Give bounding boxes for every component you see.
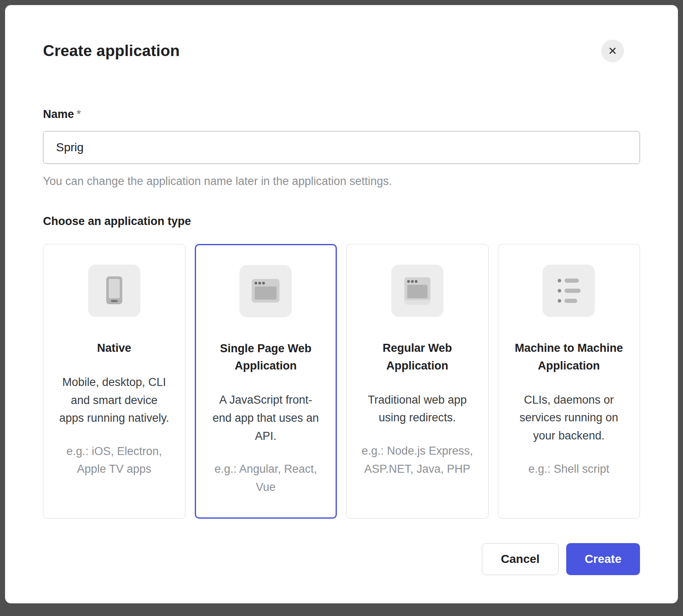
name-label-text: Name bbox=[43, 108, 74, 121]
app-type-card-native[interactable]: Native Mobile, desktop, CLI and smart de… bbox=[43, 244, 186, 519]
modal-header: Create application ✕ bbox=[43, 40, 640, 62]
create-application-modal: Create application ✕ Name* You can chang… bbox=[5, 5, 678, 603]
browser-window-icon bbox=[239, 265, 292, 317]
card-description: A JavaScript front-end app that uses an … bbox=[204, 391, 328, 445]
card-title: Machine to Machine Application bbox=[507, 340, 632, 375]
card-title: Regular Web Application bbox=[355, 340, 480, 375]
application-type-section: Choose an application type Native Mobile… bbox=[43, 215, 640, 519]
app-type-card-m2m[interactable]: Machine to Machine Application CLIs, dae… bbox=[498, 244, 640, 519]
name-label: Name* bbox=[43, 108, 640, 121]
browser-monitor-icon bbox=[391, 265, 444, 317]
server-stack-icon bbox=[543, 265, 595, 317]
card-example: e.g.: Angular, React, Vue bbox=[204, 460, 328, 496]
card-title: Single Page Web Application bbox=[204, 340, 328, 375]
close-button[interactable]: ✕ bbox=[601, 40, 624, 62]
modal-footer: Cancel Create bbox=[43, 543, 640, 575]
card-example: e.g.: Node.js Express, ASP.NET, Java, PH… bbox=[355, 442, 480, 478]
phone-icon bbox=[88, 265, 140, 317]
name-helper-text: You can change the application name late… bbox=[43, 175, 640, 188]
card-description: Traditional web app using redirects. bbox=[355, 391, 480, 427]
app-type-card-spa[interactable]: Single Page Web Application A JavaScript… bbox=[195, 244, 337, 519]
cancel-button[interactable]: Cancel bbox=[482, 543, 559, 575]
page-title: Create application bbox=[43, 42, 180, 60]
create-button[interactable]: Create bbox=[566, 543, 640, 575]
application-name-input[interactable] bbox=[43, 131, 640, 164]
card-example: e.g.: iOS, Electron, Apple TV apps bbox=[52, 442, 177, 478]
card-description: CLIs, daemons or services running on you… bbox=[507, 391, 632, 445]
card-example: e.g.: Shell script bbox=[507, 460, 632, 478]
type-section-label: Choose an application type bbox=[43, 215, 640, 228]
app-type-card-regular-web[interactable]: Regular Web Application Traditional web … bbox=[346, 244, 489, 519]
card-title: Native bbox=[52, 340, 177, 357]
card-description: Mobile, desktop, CLI and smart device ap… bbox=[52, 373, 177, 427]
application-type-cards: Native Mobile, desktop, CLI and smart de… bbox=[43, 244, 640, 519]
close-icon: ✕ bbox=[608, 40, 617, 62]
name-field-section: Name* You can change the application nam… bbox=[43, 108, 640, 188]
required-indicator: * bbox=[77, 108, 81, 121]
